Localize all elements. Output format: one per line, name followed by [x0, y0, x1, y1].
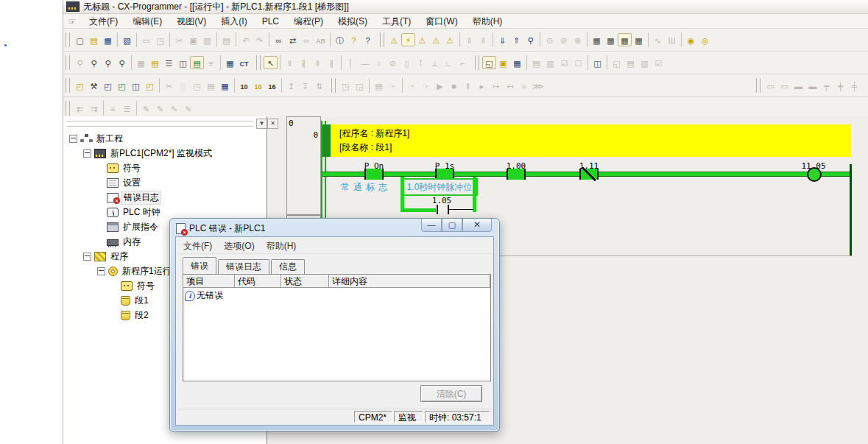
monitor-signed-decimal-button[interactable]: 10 [251, 79, 265, 92]
release-password-button[interactable]: ◎ [698, 33, 712, 46]
windows-layout-button[interactable]: ◱ [482, 56, 496, 69]
tab-2[interactable]: 信息 [271, 259, 305, 274]
expander-new-program1-running[interactable] [97, 267, 105, 275]
zoom-custom-button[interactable]: ⚲ [87, 56, 101, 69]
contact-p-on[interactable] [364, 169, 384, 180]
contact-1-00[interactable] [507, 169, 526, 180]
menu-item-5[interactable]: 编程(P) [286, 14, 331, 29]
pane-grip[interactable] [66, 121, 253, 127]
dialog-menu-item-0[interactable]: 文件(F) [177, 240, 218, 253]
toolbar-grip[interactable] [756, 78, 761, 93]
new-document-button[interactable]: ▢ [73, 33, 87, 46]
toolbar-grip[interactable] [66, 78, 70, 93]
program-check-button[interactable]: ⚠ [415, 33, 429, 46]
toolbar-grip[interactable] [66, 55, 70, 70]
set-password-button[interactable]: ◉ [684, 33, 698, 46]
child-window-icon[interactable]: ☞ [66, 15, 79, 27]
open-project-button[interactable]: ▤ [87, 33, 101, 46]
plc-error-dialog[interactable]: PLC 错误 - 新PLC1 — ▢ ✕ 文件(F)选项(O)帮助(H) 错误错… [169, 218, 500, 431]
tree-item-new-plc1[interactable]: 新PLC1[CPM2*] 监视模式 [65, 146, 265, 161]
show-io-comments-button[interactable]: ◫ [176, 56, 190, 69]
close-button[interactable]: ✕ [462, 219, 492, 232]
coil-11-05[interactable] [807, 167, 822, 182]
view-symbol-table-button[interactable]: ▦ [223, 56, 237, 69]
workspace-close-button[interactable]: ✕ [267, 119, 278, 129]
tab-1[interactable]: 错误日志 [218, 259, 269, 274]
menu-item-3[interactable]: 插入(I) [214, 14, 254, 29]
dialog-menu-item-2[interactable]: 帮助(H) [261, 240, 303, 253]
select-tool-button[interactable]: ↖ [264, 56, 278, 69]
dialog-title-bar[interactable]: PLC 错误 - 新PLC1 [176, 222, 265, 235]
monitor-hex-button[interactable]: 16 [265, 79, 279, 92]
show-rung-annotations-button[interactable]: ☰ [162, 56, 176, 69]
show-local-symbols-button[interactable]: ◫ [129, 79, 143, 92]
zoom-out-button[interactable]: ⚲ [115, 56, 129, 69]
branch-contact-bar-left[interactable] [437, 205, 438, 214]
contact-1-11-closed[interactable] [579, 169, 599, 180]
expander-new-project[interactable] [69, 135, 77, 143]
expander-program[interactable] [83, 253, 91, 261]
rung-comment-header[interactable]: [程序名 : 新程序1] [段名称 : 段1] [331, 124, 851, 157]
toolbar-grip[interactable] [66, 101, 70, 116]
replace-button[interactable]: ⇄ [286, 33, 300, 46]
mode-debug-button[interactable]: ▦ [604, 33, 618, 46]
online-edit-button[interactable]: ⚡ [401, 33, 415, 46]
column-header-1[interactable]: 代码 [235, 275, 281, 288]
menu-item-0[interactable]: 文件(F) [82, 14, 125, 29]
mode-program-button[interactable]: ▦ [590, 33, 604, 46]
title-bar[interactable]: 无标题 - CX-Programmer - [[运行中] - 新PLC1.新程序… [63, 0, 868, 14]
expander-new-plc1[interactable] [83, 149, 91, 158]
error-table-row[interactable]: i 无错误 [183, 288, 490, 303]
work-online-button[interactable]: ⚠ [429, 33, 443, 46]
view-io-table-button[interactable]: CT [237, 56, 251, 69]
mode-monitor-button[interactable]: ▦ [618, 33, 632, 46]
show-output-window-button[interactable]: ⚒ [87, 79, 101, 92]
zoom-in-button[interactable]: ⚲ [101, 56, 115, 69]
show-project-workspace-button[interactable]: ◰ [73, 79, 87, 92]
tree-item-settings[interactable]: 设置 [65, 175, 265, 190]
toolbar-grip[interactable] [256, 55, 261, 70]
view-compile-report-button[interactable]: ▧ [120, 33, 134, 46]
maximize-button[interactable]: ▢ [442, 219, 462, 232]
help-button[interactable]: ? [347, 33, 361, 46]
toolbar-grip[interactable] [475, 55, 479, 70]
work-online-simulator-button[interactable]: ⚠ [443, 33, 457, 46]
address-reference-tool-button[interactable]: ◫ [590, 56, 604, 69]
menu-item-1[interactable]: 编辑(E) [125, 14, 169, 29]
show-comments-button[interactable]: ▤ [148, 56, 162, 69]
monitor-in-rung-button[interactable]: ▤ [190, 56, 204, 69]
menu-item-9[interactable]: 帮助(H) [465, 14, 510, 29]
data-trace-button[interactable]: ▣ [496, 56, 510, 69]
tree-item-new-project[interactable]: 新工程 [65, 131, 265, 146]
about-button[interactable]: ⓘ [333, 33, 347, 46]
column-header-2[interactable]: 状态 [281, 275, 329, 288]
time-chart-window-button[interactable]: ▦ [510, 56, 524, 69]
show-watch-window-button[interactable]: ◰ [101, 79, 115, 92]
monitor-data-binary-button[interactable]: ▦ [218, 79, 232, 92]
workspace-dropdown-button[interactable]: ▼ [256, 119, 267, 129]
transfer-from-plc-button[interactable]: ⇑ [509, 33, 523, 46]
column-header-0[interactable]: 项目 [183, 275, 235, 288]
column-header-3[interactable]: 详细内容 [329, 275, 490, 288]
tab-0[interactable]: 错误 [183, 257, 216, 274]
mode-run-button[interactable]: ▦ [632, 33, 646, 46]
menu-item-6[interactable]: 模拟(S) [331, 14, 375, 29]
tree-item-error-log[interactable]: 错误日志 [65, 190, 265, 205]
show-cross-reference-button[interactable]: ◰ [115, 79, 129, 92]
menu-item-7[interactable]: 工具(T) [375, 14, 418, 29]
toolbar-grip[interactable] [331, 78, 336, 93]
tree-item-symbols[interactable]: 符号 [65, 161, 265, 175]
menu-item-8[interactable]: 窗口(W) [418, 14, 465, 29]
menu-item-4[interactable]: PLC [255, 14, 286, 29]
transfer-to-plc-button[interactable]: ⇓ [495, 33, 509, 46]
save-project-button[interactable]: ▦ [101, 33, 115, 46]
context-help-button[interactable]: ? [361, 33, 375, 46]
find-button[interactable]: ∞ [272, 33, 286, 46]
compare-with-plc-button[interactable]: ⚲ [523, 33, 537, 46]
toolbar-grip[interactable] [66, 32, 70, 47]
tree-item-plc-clock[interactable]: PLC 时钟 [65, 205, 265, 219]
monitor-decimal-button[interactable]: 10 [237, 79, 251, 92]
menu-item-2[interactable]: 视图(V) [169, 14, 214, 29]
dialog-menu-item-1[interactable]: 选项(O) [218, 240, 260, 253]
properties-button[interactable]: ◰ [143, 79, 157, 92]
